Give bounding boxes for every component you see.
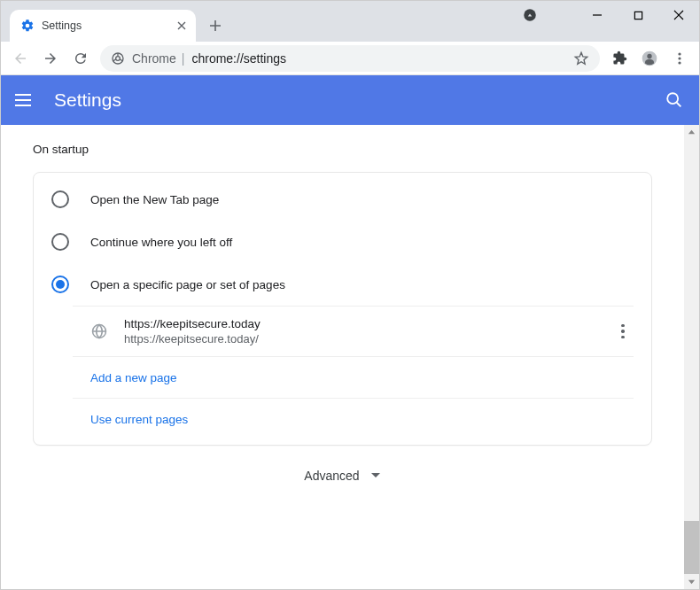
startup-page-title: https://keepitsecure.today bbox=[124, 317, 596, 330]
on-startup-card: Open the New Tab page Continue where you… bbox=[33, 172, 652, 446]
address-bar: Chrome | chrome://settings bbox=[1, 42, 699, 75]
radio-checked-icon[interactable] bbox=[51, 276, 69, 293]
minimize-button[interactable] bbox=[577, 1, 618, 29]
svg-point-6 bbox=[678, 52, 681, 55]
option-label: Continue where you left off bbox=[90, 236, 232, 249]
profile-button[interactable] bbox=[635, 44, 664, 73]
use-current-pages-link[interactable]: Use current pages bbox=[90, 413, 188, 426]
radio-unchecked-icon[interactable] bbox=[51, 233, 69, 251]
startup-page-url: https://keepitsecure.today/ bbox=[124, 332, 596, 345]
svg-point-5 bbox=[647, 53, 651, 58]
radio-unchecked-icon[interactable] bbox=[51, 190, 69, 208]
advanced-toggle[interactable]: Advanced bbox=[1, 446, 684, 506]
page-more-button[interactable] bbox=[612, 321, 634, 342]
scroll-up-icon[interactable] bbox=[684, 125, 699, 140]
svg-point-3 bbox=[116, 56, 121, 60]
add-new-page-link[interactable]: Add a new page bbox=[90, 371, 177, 384]
omnibox-url: chrome://settings bbox=[191, 51, 566, 66]
option-label: Open the New Tab page bbox=[90, 193, 219, 206]
browser-tab[interactable]: Settings bbox=[10, 10, 196, 42]
close-window-button[interactable] bbox=[658, 1, 699, 29]
reload-button[interactable] bbox=[66, 44, 95, 73]
incognito-badge-icon bbox=[509, 1, 550, 29]
chrome-menu-button[interactable] bbox=[665, 44, 694, 73]
window-titlebar: Settings bbox=[1, 1, 699, 42]
omnibox[interactable]: Chrome | chrome://settings bbox=[100, 45, 600, 72]
advanced-label: Advanced bbox=[304, 469, 359, 483]
extensions-button[interactable] bbox=[605, 44, 634, 73]
back-button[interactable] bbox=[6, 44, 35, 73]
forward-button[interactable] bbox=[36, 44, 65, 73]
option-specific-pages[interactable]: Open a specific page or set of pages bbox=[34, 263, 651, 306]
bookmark-star-icon[interactable] bbox=[573, 50, 589, 66]
settings-page-header: Settings bbox=[1, 75, 699, 125]
search-icon[interactable] bbox=[664, 89, 685, 111]
scroll-down-icon[interactable] bbox=[684, 574, 699, 589]
option-new-tab[interactable]: Open the New Tab page bbox=[34, 178, 651, 221]
tab-title: Settings bbox=[42, 19, 167, 32]
globe-icon bbox=[90, 322, 108, 340]
chrome-scheme-icon bbox=[111, 51, 125, 66]
svg-point-9 bbox=[667, 93, 678, 104]
hamburger-menu-icon[interactable] bbox=[15, 89, 36, 111]
settings-content: On startup Open the New Tab page Continu… bbox=[1, 125, 684, 589]
maximize-button[interactable] bbox=[618, 1, 658, 29]
scrollbar-thumb[interactable] bbox=[684, 521, 699, 574]
vertical-scrollbar[interactable] bbox=[684, 125, 699, 589]
svg-point-8 bbox=[678, 61, 681, 64]
settings-gear-icon bbox=[20, 19, 35, 33]
omnibox-scheme-label: Chrome | bbox=[132, 51, 184, 66]
new-tab-button[interactable] bbox=[203, 13, 228, 38]
settings-page-title: Settings bbox=[54, 89, 646, 111]
close-tab-icon[interactable] bbox=[175, 19, 189, 33]
chevron-down-icon bbox=[370, 470, 381, 481]
window-controls bbox=[509, 1, 699, 29]
option-label: Open a specific page or set of pages bbox=[90, 278, 285, 291]
svg-rect-1 bbox=[634, 12, 642, 19]
section-on-startup-label: On startup bbox=[1, 143, 684, 156]
svg-point-7 bbox=[678, 57, 681, 59]
option-continue[interactable]: Continue where you left off bbox=[34, 221, 651, 263]
startup-page-entry: https://keepitsecure.today https://keepi… bbox=[124, 317, 596, 345]
